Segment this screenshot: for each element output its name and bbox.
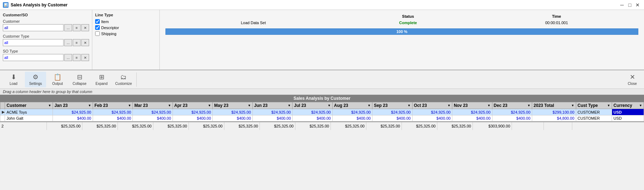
apr23-col-header[interactable]: Apr 23 ▼: [173, 102, 212, 109]
minimize-button[interactable]: ─: [618, 1, 626, 9]
drag-header-message: Drag a column header here to group by th…: [0, 89, 644, 95]
cell-sep-1: $400.00: [372, 115, 412, 121]
custtype-col-dropdown[interactable]: ▼: [607, 104, 610, 107]
jun23-col-header[interactable]: Jun 23 ▼: [252, 102, 292, 109]
window-title: Sales Analysis by Customer: [11, 2, 67, 7]
aug23-col-dropdown[interactable]: ▼: [367, 104, 371, 107]
toolbar-separator: [136, 72, 137, 87]
mar23-col-dropdown[interactable]: ▼: [168, 104, 171, 107]
sep23-col-dropdown[interactable]: ▼: [408, 104, 411, 107]
customer-type-clear-button[interactable]: ✕: [81, 39, 89, 46]
may23-col-header[interactable]: May 23 ▼: [213, 102, 252, 109]
nov23-col-dropdown[interactable]: ▼: [487, 104, 491, 107]
shipping-checkbox[interactable]: [95, 31, 100, 36]
customer-browse-button[interactable]: ...: [64, 24, 72, 31]
feb23-col-dropdown[interactable]: ▼: [128, 104, 131, 107]
customer-type-form-group: Customer Type ... ≡ ✕: [3, 34, 89, 46]
cell-jun-1: $400.00: [252, 115, 292, 121]
total23-col-dropdown[interactable]: ▼: [571, 104, 574, 107]
so-type-form-group: SO Type ... ≡ ✕: [3, 49, 89, 61]
aug23-col-header[interactable]: Aug 23 ▼: [332, 102, 372, 109]
so-type-list-button[interactable]: ≡: [73, 54, 81, 61]
load-data-set-label: Load Data Set: [166, 20, 340, 26]
footer-cell-7: $25,325.00: [260, 122, 295, 130]
expand-button[interactable]: ⊞ Expand: [91, 72, 112, 87]
window-close-button[interactable]: ✕: [634, 1, 641, 9]
custtype-col-header[interactable]: Cust Type ▼: [576, 102, 612, 109]
cell-mar-0: $24,925.00: [133, 109, 173, 115]
jul23-col-header[interactable]: Jul 23 ▼: [293, 102, 332, 109]
cell-feb-1: $400.00: [93, 115, 132, 121]
output-label: Output: [52, 82, 63, 86]
status-value: Complete: [341, 20, 475, 26]
customer-type-list-button[interactable]: ≡: [73, 39, 81, 46]
jan23-col-dropdown[interactable]: ▼: [88, 104, 91, 107]
data-table-container[interactable]: Customer ▼ Jan 23 ▼ Feb 23 ▼: [0, 102, 644, 121]
maximize-button[interactable]: □: [626, 1, 633, 9]
item-checkbox[interactable]: [95, 19, 100, 24]
customize-button[interactable]: 🗂 Customize: [113, 72, 134, 87]
cell-jun-0: $24,925.00: [252, 109, 292, 115]
cell-total-1: $4,800.00: [532, 115, 576, 121]
customer-col-dropdown[interactable]: ▼: [48, 104, 51, 107]
title-bar: 📊 Sales Analysis by Customer ─ □ ✕: [0, 0, 644, 10]
sep23-col-header[interactable]: Sep 23 ▼: [372, 102, 412, 109]
footer-cell-10: $25,325.00: [366, 122, 402, 130]
nov23-col-header[interactable]: Nov 23 ▼: [452, 102, 492, 109]
customer-so-panel: Customer/SO Customer ... ≡ ✕ Customer Ty…: [0, 10, 92, 70]
table-body: ▶ACME Toys$24,925.00$24,925.00$24,925.00…: [0, 109, 644, 121]
table-header: Customer ▼ Jan 23 ▼ Feb 23 ▼: [0, 102, 644, 109]
footer-cell-3: $25,325.00: [118, 122, 153, 130]
cell-apr-1: $400.00: [173, 115, 212, 121]
so-type-browse-button[interactable]: ...: [64, 54, 72, 61]
time-header: Time: [475, 13, 638, 19]
customer-input-row: ... ≡ ✕: [3, 24, 89, 31]
apr23-col-dropdown[interactable]: ▼: [208, 104, 211, 107]
cell-dec-1: $400.00: [492, 115, 532, 121]
may23-col-dropdown[interactable]: ▼: [248, 104, 251, 107]
oct23-col-dropdown[interactable]: ▼: [447, 104, 451, 107]
customer-list-button[interactable]: ≡: [73, 24, 81, 31]
close-button[interactable]: ✕ Close: [623, 72, 641, 87]
window-controls: ─ □ ✕: [618, 1, 641, 9]
dec23-col-dropdown[interactable]: ▼: [527, 104, 530, 107]
load-button[interactable]: ⬇ Load: [3, 72, 24, 87]
so-type-clear-button[interactable]: ✕: [81, 54, 89, 61]
total23-col-label: 2023 Total: [534, 103, 554, 108]
jul23-col-dropdown[interactable]: ▼: [328, 104, 331, 107]
cell-custType-1: CUSTOMER: [576, 115, 612, 121]
customer-type-input[interactable]: [3, 39, 64, 46]
table-row[interactable]: John Galt$400.00$400.00$400.00$400.00$40…: [0, 115, 644, 121]
feb23-col-header[interactable]: Feb 23 ▼: [93, 102, 132, 109]
cell-customer-1: John Galt: [5, 115, 53, 121]
dec23-col-header[interactable]: Dec 23 ▼: [492, 102, 532, 109]
footer-cell-12: $25,325.00: [437, 122, 473, 130]
output-button[interactable]: 📋 Output: [47, 72, 68, 87]
footer-cell-5: $25,325.00: [189, 122, 224, 130]
currency-col-dropdown[interactable]: ▼: [639, 104, 642, 107]
cell-nov-1: $400.00: [452, 115, 492, 121]
table-row[interactable]: ▶ACME Toys$24,925.00$24,925.00$24,925.00…: [0, 109, 644, 115]
currency-col-header[interactable]: Currency ▼: [612, 102, 644, 109]
expand-icon: ⊞: [99, 73, 104, 81]
jan23-col-label: Jan 23: [54, 103, 67, 108]
descriptor-checkbox[interactable]: [95, 25, 100, 30]
customize-label: Customize: [115, 82, 132, 86]
oct23-col-header[interactable]: Oct 23 ▼: [412, 102, 452, 109]
customer-input[interactable]: [3, 24, 64, 31]
footer-cell-9: $25,325.00: [331, 122, 366, 130]
total23-col-header[interactable]: 2023 Total ▼: [532, 102, 576, 109]
customer-clear-button[interactable]: ✕: [81, 24, 89, 31]
jun23-col-dropdown[interactable]: ▼: [288, 104, 291, 107]
jan23-col-header[interactable]: Jan 23 ▼: [53, 102, 93, 109]
so-type-input[interactable]: [3, 54, 64, 61]
settings-button[interactable]: ⚙ Settings: [25, 72, 46, 87]
collapse-button[interactable]: ⊟ Collapse: [69, 72, 90, 87]
footer-cell-13: $303,900.00: [473, 122, 512, 130]
close-icon: ✕: [630, 73, 635, 81]
cell-mar-1: $400.00: [133, 115, 173, 121]
mar23-col-header[interactable]: Mar 23 ▼: [133, 102, 173, 109]
customer-col-header[interactable]: Customer ▼: [5, 102, 53, 109]
shipping-checkbox-row: Shipping: [95, 31, 157, 36]
customer-type-browse-button[interactable]: ...: [64, 39, 72, 46]
